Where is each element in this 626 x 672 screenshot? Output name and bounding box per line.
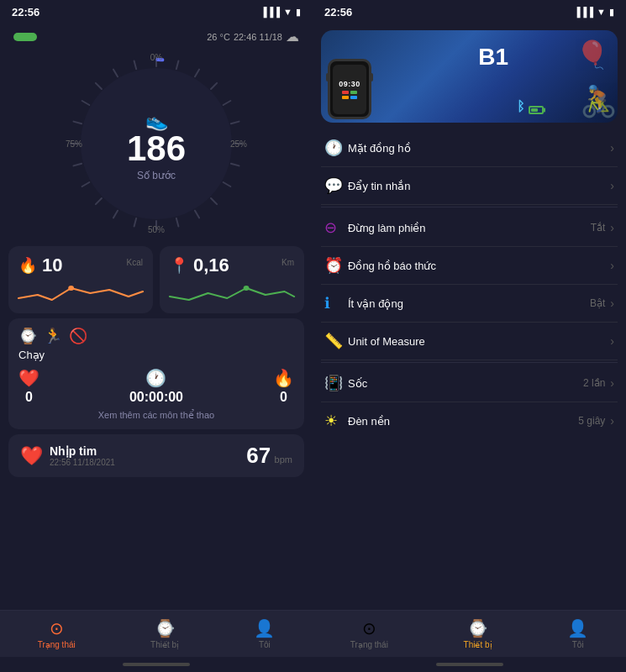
home-indicator-left	[0, 657, 313, 672]
hr-title: Nhịp tim	[50, 444, 115, 458]
metric-heart-icon: ❤️	[18, 368, 39, 388]
menu-item-alarm[interactable]: ⏰ Đồng hồ báo thức ›	[321, 247, 618, 285]
nav-device-icon-right: ⌚	[467, 618, 488, 638]
hr-left: ❤️ Nhịp tim 22:56 11/18/2021	[20, 444, 115, 467]
battery-status-right: ▮	[609, 7, 614, 18]
watch-illustration: 09:30	[328, 59, 371, 119]
calories-card[interactable]: 🔥 10 Kcal	[8, 246, 153, 313]
home-bar-left	[123, 663, 190, 666]
distance-value: 0,16	[193, 255, 276, 276]
vibration-label: Sốc	[348, 377, 583, 390]
menu-item-unit[interactable]: 📏 Unit of Measure ›	[321, 323, 618, 360]
nav-device-label-left: Thiết bị	[150, 640, 179, 649]
nav-me-label-right: Tôi	[572, 640, 584, 649]
dnd-label: Đừng làm phiền	[348, 222, 591, 234]
clock-face-icon: 🕐	[324, 139, 348, 157]
home-bar-right	[436, 663, 503, 666]
steps-label: Số bước	[127, 170, 186, 181]
steps-circle: 👟 186 Số bước 0% 75% 25% 50%	[64, 51, 249, 236]
hr-icon: ❤️	[20, 445, 43, 467]
svg-line-9	[211, 198, 217, 204]
view-more-label: Xem thêm các môn thể thao	[18, 410, 294, 421]
svg-line-8	[224, 182, 231, 186]
circle-content: 186 Số bước	[127, 106, 186, 181]
clock-face-arrow: ›	[610, 141, 614, 155]
svg-line-14	[113, 211, 118, 218]
calories-icon: 🔥	[18, 256, 37, 275]
metric-time-icon: 🕐	[145, 368, 166, 388]
svg-point-28	[244, 286, 250, 291]
nav-me-icon-right: 👤	[567, 618, 588, 638]
svg-line-4	[224, 101, 231, 105]
banner-cyclist: 🚴	[580, 84, 618, 119]
activity-metrics: ❤️ 0 🕐 00:00:00 🔥 0	[18, 368, 294, 405]
menu-item-sedentary[interactable]: ℹ Ít vận động Bật ›	[321, 285, 618, 323]
menu-item-notifications[interactable]: 💬 Đẩy tin nhắn ›	[321, 167, 618, 205]
menu-item-backlight[interactable]: ☀ Đèn nền 5 giây ›	[321, 402, 618, 439]
svg-line-13	[134, 218, 137, 227]
right-panel: 22:56 ▐▐▐ ▼ ▮ 09:30	[313, 0, 626, 672]
svg-line-10	[195, 211, 199, 218]
nav-status-label-left: Trạng thái	[38, 640, 76, 649]
status-icons-right: ▐▐▐ ▼ ▮	[574, 7, 614, 18]
pct-right: 25%	[230, 139, 247, 149]
green-indicator	[13, 33, 37, 41]
notifications-arrow: ›	[610, 179, 614, 192]
backlight-icon: ☀	[324, 412, 348, 430]
calories-unit: Kcal	[127, 258, 143, 267]
backlight-value: 5 giây	[578, 415, 605, 427]
metric-heart-value: 0	[25, 390, 33, 405]
heart-rate-section[interactable]: ❤️ Nhịp tim 22:56 11/18/2021 67 bpm	[8, 434, 304, 477]
battery-status-left: ▮	[296, 7, 301, 18]
signal-icon-right: ▐▐▐	[574, 7, 593, 17]
calories-chart	[18, 280, 143, 305]
notifications-label: Đẩy tin nhắn	[348, 180, 610, 192]
alarm-icon: ⏰	[324, 256, 348, 275]
menu-item-clock-face[interactable]: 🕐 Mặt đồng hồ ›	[321, 129, 618, 167]
hr-unit: bpm	[275, 454, 292, 465]
backlight-arrow: ›	[610, 414, 614, 428]
vibration-arrow: ›	[610, 376, 614, 390]
nav-status-left[interactable]: ⊙ Trạng thái	[24, 615, 89, 653]
sedentary-label: Ít vận động	[348, 297, 590, 310]
left-panel: 22:56 ▐▐▐ ▼ ▮ 26 °C 22:46 11/18 ☁	[0, 0, 313, 672]
svg-line-7	[231, 164, 239, 166]
pct-bottom: 50%	[148, 225, 165, 234]
divider-1	[321, 207, 618, 207]
alarm-arrow: ›	[610, 259, 614, 272]
svg-line-23	[134, 60, 137, 69]
stats-row: 🔥 10 Kcal 📍 0,16 Km	[0, 246, 313, 313]
metric-heart: ❤️ 0	[18, 368, 39, 405]
unit-label: Unit of Measure	[348, 335, 610, 348]
nav-me-label-left: Tôi	[259, 640, 271, 649]
pct-top: 0%	[150, 53, 162, 62]
banner-balloon: 🎈	[576, 39, 609, 71]
nav-me-left[interactable]: 👤 Tôi	[240, 615, 288, 653]
svg-line-5	[231, 122, 239, 124]
metric-fire-icon: 🔥	[273, 368, 294, 388]
hr-right: 67 bpm	[246, 443, 292, 469]
no-icon: 🚫	[69, 327, 87, 345]
svg-line-11	[176, 218, 179, 227]
menu-item-vibration[interactable]: 📳 Sốc 2 lần ›	[321, 365, 618, 402]
nav-device-left[interactable]: ⌚ Thiết bị	[137, 615, 192, 653]
run-icon: 🏃	[44, 327, 62, 345]
nav-me-right[interactable]: 👤 Tôi	[554, 615, 602, 653]
status-bar-left: 22:56 ▐▐▐ ▼ ▮	[0, 0, 313, 24]
hr-text: Nhịp tim 22:56 11/18/2021	[50, 444, 115, 467]
nav-status-right[interactable]: ⊙ Trạng thái	[337, 615, 402, 653]
unit-icon: 📏	[324, 332, 348, 350]
device-name: B1	[478, 44, 508, 71]
clock-face-label: Mặt đồng hồ	[348, 142, 610, 155]
activity-icons: ⌚ 🏃 🚫	[18, 327, 294, 345]
divider-2	[321, 362, 618, 363]
nav-device-right[interactable]: ⌚ Thiết bị	[450, 615, 506, 653]
vibration-icon: 📳	[324, 374, 348, 392]
battery-badge	[529, 106, 544, 114]
activity-section[interactable]: ⌚ 🏃 🚫 Chạy ❤️ 0 🕐 00:00:00 🔥 0 Xem thêm …	[8, 318, 304, 429]
svg-line-22	[113, 70, 118, 77]
menu-item-dnd[interactable]: ⊖ Đừng làm phiền Tắt ›	[321, 209, 618, 247]
unit-arrow: ›	[610, 334, 614, 348]
status-bar-right: 22:56 ▐▐▐ ▼ ▮	[313, 0, 626, 24]
distance-card[interactable]: 📍 0,16 Km	[160, 246, 304, 313]
